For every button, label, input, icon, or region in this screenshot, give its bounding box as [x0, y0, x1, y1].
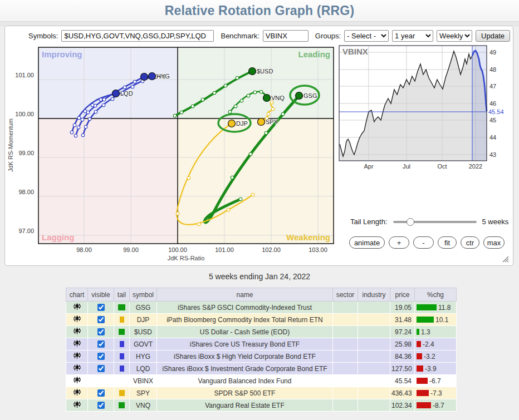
- pct-change-bar: [417, 304, 437, 310]
- toolbar-button-animate[interactable]: animate: [349, 236, 385, 249]
- visible-checkbox-SPY[interactable]: [97, 389, 105, 397]
- chart-icon[interactable]: [74, 352, 81, 359]
- bench-y-tick: 45: [489, 117, 496, 123]
- rrg-x-tick: 103.00: [309, 246, 327, 253]
- table-header-row: chartvisibletailsymbolnamesectorindustry…: [66, 288, 457, 302]
- caption: 5 weeks ending Jan 24, 2022: [0, 272, 519, 281]
- benchmark-mini-chart[interactable]: VBINX49484746454443AprJulOct202245.54: [337, 45, 514, 177]
- tail-length-control: Tail Length: 5 weeks: [350, 218, 513, 226]
- period-select[interactable]: 1 year: [392, 30, 433, 42]
- cell-sector: [333, 375, 358, 387]
- chart-icon[interactable]: [74, 364, 81, 372]
- update-button[interactable]: Update: [476, 30, 510, 42]
- column-header-tail[interactable]: tail: [114, 288, 130, 302]
- cell-sector: [333, 399, 358, 412]
- visible-checkbox-LQD[interactable]: [97, 365, 105, 372]
- symbol-dot-HYG[interactable]: [149, 73, 156, 80]
- visible-checkbox-$USD[interactable]: [97, 328, 105, 335]
- chart-icon[interactable]: [74, 339, 81, 347]
- cell-symbol: HYG: [130, 350, 157, 363]
- cell-pct-chg: -6.7: [415, 375, 457, 387]
- cell-sector: [333, 302, 358, 314]
- pct-change-bar: [417, 329, 419, 335]
- slider-thumb[interactable]: [407, 218, 414, 226]
- cell-name: iShares iBoxx $ Investment Grade Corpora…: [157, 363, 333, 375]
- quadrant-lagging: [38, 118, 178, 244]
- cell-pct-chg: -2.4: [415, 338, 457, 350]
- benchmark-input[interactable]: [263, 30, 309, 42]
- visible-checkbox-VNQ[interactable]: [97, 402, 105, 409]
- tail-length-slider[interactable]: [393, 218, 477, 226]
- column-header-pctchg[interactable]: %chg: [415, 288, 457, 302]
- cell-price: 19.05: [390, 302, 415, 314]
- cell-price: 45.54: [390, 375, 415, 387]
- pct-change-bar: [417, 378, 428, 384]
- column-header-symbol[interactable]: symbol: [130, 288, 157, 302]
- symbols-label: Symbols:: [28, 32, 58, 40]
- bench-y-tick: 47: [489, 83, 496, 90]
- cell: [88, 399, 114, 412]
- cell: [88, 326, 114, 338]
- quadrant-label-weakening: Weakening: [286, 233, 330, 242]
- cell-symbol: GSG: [130, 302, 157, 314]
- tail-swatch-GOVT: [120, 341, 124, 347]
- symbol-dot-DJP[interactable]: [228, 120, 236, 127]
- cell-industry: [358, 399, 390, 412]
- chart-icon[interactable]: [74, 376, 81, 384]
- chart-toolbar: animate+-fitctrmax: [349, 236, 505, 249]
- column-header-sector[interactable]: sector: [333, 288, 358, 302]
- column-header-price[interactable]: price: [390, 288, 415, 302]
- chart-icon[interactable]: [74, 315, 81, 323]
- bench-y-tick: 49: [489, 49, 496, 56]
- rrg-chart[interactable]: ImprovingLeadingLaggingWeakeningGOVTHYGL…: [5, 43, 345, 266]
- chart-icon[interactable]: [74, 401, 81, 408]
- cell-industry: [358, 387, 390, 399]
- visible-checkbox-GSG[interactable]: [97, 304, 105, 311]
- resize-handle[interactable]: [501, 255, 509, 263]
- visible-checkbox-DJP[interactable]: [97, 316, 105, 323]
- rrg-x-tick: 100.00: [168, 246, 187, 253]
- symbol-dot-$USD[interactable]: [249, 68, 256, 75]
- table-row-DJP: DJPiPath Bloomberg Commodity Index Total…: [66, 314, 457, 326]
- symbol-dot-VNQ[interactable]: [263, 95, 271, 102]
- pct-change-bar: [417, 341, 421, 347]
- symbol-dot-GOVT[interactable]: [141, 73, 148, 81]
- tail-length-value: 5 weeks: [482, 218, 509, 226]
- rrg-x-tick: 98.00: [76, 246, 92, 253]
- visible-checkbox-HYG[interactable]: [97, 353, 105, 360]
- cell-industry: [358, 363, 390, 375]
- cell-sector: [333, 363, 358, 375]
- cell-price: 127.50: [390, 363, 415, 375]
- column-header-visible[interactable]: visible: [88, 288, 114, 302]
- groups-select[interactable]: - Select -: [344, 30, 389, 42]
- visible-checkbox-GOVT[interactable]: [97, 340, 105, 348]
- chart-icon[interactable]: [74, 327, 81, 335]
- symbol-dot-GSG[interactable]: [296, 92, 303, 100]
- cell: [88, 314, 114, 326]
- cell-industry: [358, 314, 390, 326]
- symbols-input[interactable]: [61, 30, 214, 42]
- toolbar-button-ctr[interactable]: ctr: [461, 236, 479, 249]
- symbol-label-LQD: LQD: [120, 90, 133, 97]
- cell: [66, 387, 88, 399]
- table-row-LQD: LQDiShares iBoxx $ Investment Grade Corp…: [66, 363, 457, 375]
- column-header-chart[interactable]: chart: [66, 288, 88, 302]
- benchmark-last-value: 45.54: [488, 108, 504, 115]
- chart-icon[interactable]: [74, 303, 81, 310]
- rrg-y-tick: 97.00: [18, 228, 34, 234]
- chart-icon[interactable]: [74, 388, 81, 396]
- symbol-dot-SPY[interactable]: [258, 118, 265, 126]
- symbol-dot-LQD[interactable]: [112, 90, 120, 97]
- rrg-y-tick: 101.00: [15, 72, 34, 78]
- slider-track[interactable]: [393, 221, 477, 223]
- toolbar-button-minus[interactable]: -: [413, 236, 434, 249]
- bench-y-tick: 44: [489, 134, 496, 141]
- column-header-name[interactable]: name: [157, 288, 333, 302]
- toolbar-button-max[interactable]: max: [483, 236, 505, 249]
- tail-swatch-DJP: [120, 317, 124, 323]
- cell-symbol: VBINX: [130, 375, 157, 387]
- column-header-industry[interactable]: industry: [358, 288, 390, 302]
- frequency-select[interactable]: Weekly: [437, 30, 472, 42]
- toolbar-button-plus[interactable]: +: [389, 236, 409, 249]
- toolbar-button-fit[interactable]: fit: [438, 236, 457, 249]
